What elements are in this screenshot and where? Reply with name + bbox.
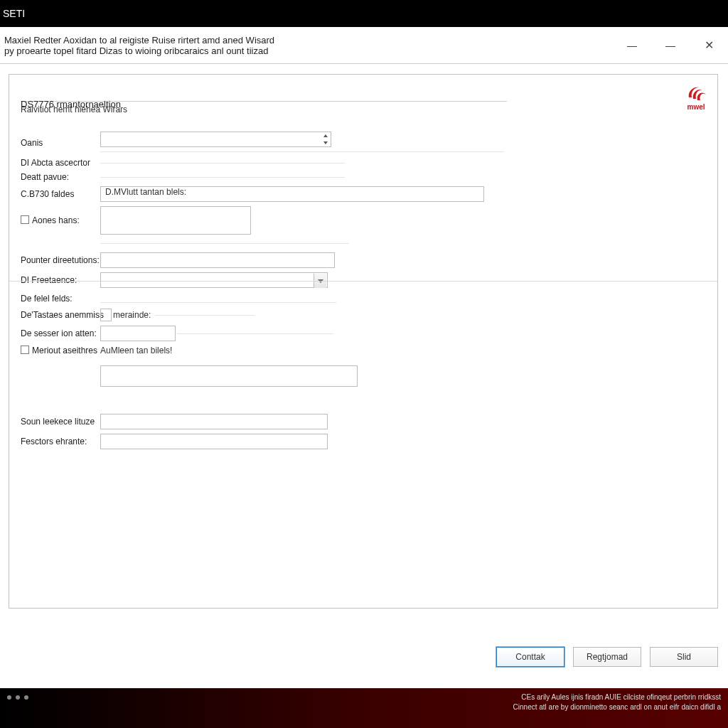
footer-line1: CEs arily Aules ijnis firadn AUIE cilcis… — [513, 692, 721, 702]
row-deatt — [100, 176, 703, 179]
wizard-panel: mwel DS7776 rmantornaeltion Ralvitiot he… — [9, 74, 718, 609]
row-underline — [177, 333, 333, 334]
row-underline — [100, 163, 345, 164]
brand-swirl-icon — [686, 85, 706, 102]
label-deatt-pavue: Deatt pavue: — [21, 172, 99, 182]
row-underline — [100, 177, 345, 178]
app-top-strip: SETI — [0, 0, 728, 27]
pounter-input[interactable] — [100, 252, 335, 268]
c3730-field[interactable]: D.MVlutt tantan blels: — [100, 186, 484, 202]
brand-logo: mwel — [686, 85, 706, 112]
label-de-tastaes: De'Tastaes anemmiss — [21, 310, 99, 320]
row-underline — [100, 302, 336, 303]
de-tastaes-inline: merainde: — [113, 310, 151, 320]
row-pounter — [100, 252, 703, 268]
brand-name: mwel — [687, 103, 705, 111]
continue-button[interactable]: Conttak — [496, 647, 564, 667]
status-dot-icon — [16, 695, 20, 700]
label-de-sesser: De sesser ion atten: — [21, 328, 99, 338]
maximize-button[interactable]: — — [661, 36, 680, 55]
label-freetaence: DI Freetaence: — [21, 275, 99, 285]
de-tastaes-box[interactable] — [100, 309, 112, 321]
label-fesctors: Fesctors ehrante: — [21, 437, 99, 446]
label-c3730: C.B730 faldes — [21, 189, 99, 199]
label-soun: Soun leekece lituze — [21, 417, 99, 427]
minimize-button[interactable]: — — [623, 36, 641, 55]
row-soun — [100, 414, 703, 429]
section-subtitle: Ralvitiot hemt hiehea Wirars — [21, 105, 703, 114]
titlebar-text: Maxiel Redter Aoxidan to al reigiste Rui… — [4, 35, 274, 56]
row-abcta — [100, 161, 703, 165]
row-de-tastaes: merainde: — [100, 309, 703, 321]
meriout-input[interactable] — [100, 365, 358, 387]
form-grid: Oanis DI Abcta ascecrtor Deatt pavue: — [21, 132, 703, 449]
row-de-felel — [100, 292, 703, 304]
label-pounter: Pounter direetutions: — [21, 255, 99, 265]
content-area: mwel DS7776 rmantornaeltion Ralvitiot he… — [0, 64, 728, 680]
row-meriout: AuMleen tan bilels! — [100, 346, 703, 355]
status-dot-icon — [7, 695, 11, 700]
label-de-felel: De felel felds: — [21, 294, 99, 304]
meriout-inline: AuMleen tan bilels! — [100, 346, 172, 355]
row-c3730: D.MVlutt tantan blels: — [100, 186, 703, 202]
checkbox-meriout[interactable]: Meriout aseithres — [21, 346, 99, 355]
checkbox-aones-hans[interactable]: Aones hans: — [21, 215, 99, 225]
oanis-input[interactable] — [100, 132, 331, 147]
soun-input[interactable] — [100, 414, 328, 429]
oanis-stepper[interactable] — [100, 132, 331, 147]
label-oanis: Oanis — [21, 138, 99, 148]
window-controls: — — ✕ — [623, 36, 724, 55]
titlebar-line2: py proearte topel fitard Dizas to wioing… — [4, 46, 274, 56]
status-dot-icon — [24, 695, 28, 700]
row-underline — [155, 315, 255, 316]
c3730-inline-label: D.MVlutt tantan blels: — [101, 187, 186, 197]
row-meriout-field — [100, 360, 703, 387]
row-fesctors — [100, 434, 703, 449]
footer-left — [7, 692, 28, 700]
app-top-label: SETI — [3, 8, 25, 19]
label-abcta: DI Abcta ascecrtor — [21, 158, 99, 168]
footer-right: CEs arily Aules ijnis firadn AUIE cilcis… — [513, 692, 721, 712]
aones-input[interactable] — [100, 206, 251, 235]
register-button[interactable]: Regtjomad — [573, 647, 641, 667]
row-underline — [100, 151, 504, 152]
wizard-buttons: Conttak Regtjomad Slid — [496, 647, 718, 667]
footer-line2: Cinnect atl are by dionminetto seanc ard… — [513, 702, 721, 712]
close-button[interactable]: ✕ — [700, 36, 718, 55]
row-freetaence — [100, 272, 703, 288]
status-footer: CEs arily Aules ijnis firadn AUIE cilcis… — [0, 688, 728, 728]
row-de-sesser — [100, 326, 703, 341]
skip-button[interactable]: Slid — [650, 647, 718, 667]
row-oanis — [100, 132, 703, 154]
panel-mid-divider — [9, 281, 717, 282]
titlebar-line1: Maxiel Redter Aoxidan to al reigiste Rui… — [4, 35, 274, 46]
freetaence-select[interactable] — [100, 272, 328, 288]
row-underline — [100, 243, 349, 244]
window-titlebar: Maxiel Redter Aoxidan to al reigiste Rui… — [0, 27, 728, 64]
stepper-buttons — [321, 132, 331, 146]
row-aones — [100, 206, 703, 235]
stepper-down-icon[interactable] — [321, 139, 331, 146]
stepper-up-icon[interactable] — [321, 132, 331, 139]
de-sesser-input-a[interactable] — [100, 326, 176, 341]
fesctors-input[interactable] — [100, 434, 328, 449]
